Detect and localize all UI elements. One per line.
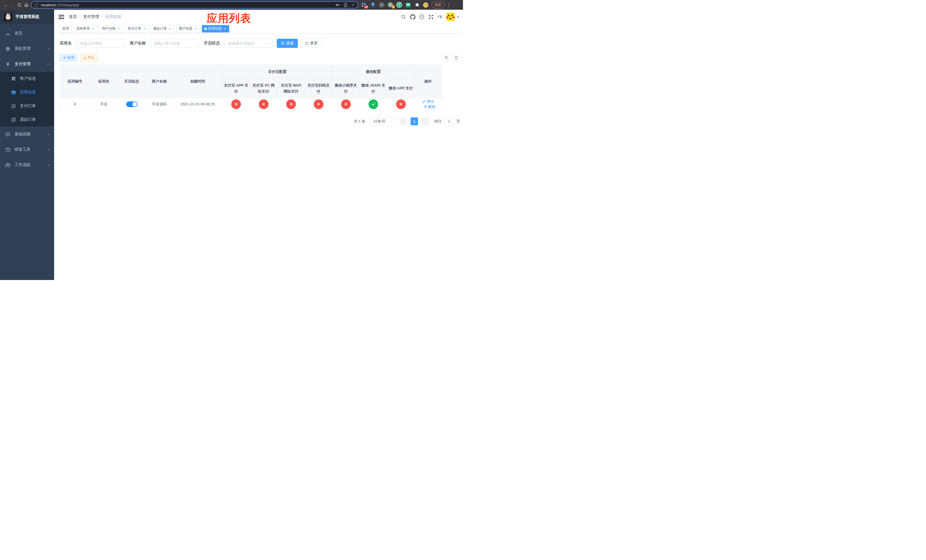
close-icon[interactable]: × (143, 27, 146, 31)
password-key-icon[interactable] (336, 3, 340, 7)
user-avatar[interactable] (446, 12, 455, 21)
alipay-qr-status-icon (314, 100, 324, 109)
sidebar-item-payment[interactable]: ¥ 支付管理 (0, 56, 54, 72)
tag-user-group[interactable]: 用户分组× (99, 25, 123, 32)
sidebar-item-system[interactable]: 系统管理 (0, 41, 54, 56)
reload-icon[interactable] (16, 1, 23, 9)
close-icon[interactable]: × (223, 27, 227, 31)
page-size-select[interactable]: 10条/页 (369, 117, 396, 125)
sidebar-item-app-info[interactable]: 应用信息 (0, 85, 54, 99)
browser-menu-kebab-icon[interactable]: ⋮ (447, 3, 451, 7)
sidebar-item-dev-tools[interactable]: 研发工具 (0, 142, 54, 157)
sidebar-item-pay-orders[interactable]: ¥ 支付订单 (0, 99, 54, 113)
sidebar-item-home[interactable]: 首页 (0, 26, 54, 41)
chat-extension-icon[interactable] (405, 2, 411, 8)
col-wechat-app: 微信 APP 支付 (387, 79, 415, 98)
search-button[interactable]: 搜索 (277, 39, 298, 48)
breadcrumb-payment[interactable]: 支付管理 (83, 14, 99, 20)
export-button[interactable]: 导出 (80, 54, 97, 62)
vue-devtools-icon[interactable]: Y (396, 2, 402, 8)
sidebar-menu: 首页 系统管理 ¥ 支付管理 (0, 26, 54, 173)
page-unit-label: 页 (457, 119, 460, 124)
extension-blocks-icon[interactable]: 10 (361, 2, 367, 8)
profile-emoji-icon[interactable] (423, 2, 428, 8)
sidebar-item-merchant-info[interactable]: 商户信息 (0, 72, 54, 85)
chevron-down-icon (47, 163, 50, 166)
edit-link[interactable]: 修改 (422, 99, 434, 104)
next-page-button[interactable]: › (422, 117, 429, 125)
bookmark-star-icon[interactable]: ☆ (351, 3, 355, 7)
breadcrumb-home[interactable]: 首页 (69, 14, 77, 20)
add-button[interactable]: 新增 (60, 54, 77, 62)
sidebar-item-workflow[interactable]: 工作流程 (0, 157, 54, 173)
table-toolbar: 新增 导出 (60, 54, 460, 62)
help-icon[interactable]: ? (417, 12, 426, 21)
status-select[interactable] (224, 39, 273, 48)
col-alipay-app: 支付宝 APP 支付 (222, 79, 250, 98)
reset-button[interactable]: 重置 (301, 39, 322, 48)
chevron-down-icon (47, 148, 50, 151)
merchant-name-input[interactable] (150, 39, 198, 48)
current-page-button[interactable]: 1 (411, 117, 418, 125)
col-wechat-jsapi: 微信 JSAPI 支付 (360, 79, 387, 98)
sidebar-item-refund-orders[interactable]: 退款订单 (0, 113, 54, 127)
sidebar-logo[interactable]: 芋道管理系统 (0, 10, 54, 24)
font-size-icon[interactable]: TT (436, 12, 445, 21)
page-annotation: 应用列表 (207, 11, 251, 26)
screen: ← → i localhost:1024/pay/app ☆ 10 (0, 0, 463, 280)
cell-merchant: 芋道源码 (146, 98, 173, 110)
app-name-input[interactable] (76, 39, 124, 48)
status-select-input[interactable] (224, 39, 273, 48)
sidebar-item-label: 商户信息 (20, 76, 36, 81)
close-icon[interactable]: × (194, 27, 197, 31)
briefcase-icon (5, 163, 10, 168)
fullscreen-icon[interactable] (426, 12, 436, 21)
col-app-id: 应用编号 (60, 65, 90, 98)
site-info-icon[interactable]: i (34, 3, 38, 7)
yen-icon: ¥ (5, 62, 10, 67)
show-search-toggle-button[interactable] (442, 54, 450, 62)
delete-link[interactable]: 删除 (424, 104, 436, 109)
sidebar-item-label: 工作流程 (15, 162, 30, 168)
search-icon[interactable] (399, 12, 408, 21)
tag-pay-order[interactable]: 支付订单× (125, 25, 149, 32)
command-icon[interactable]: ⌘ (379, 2, 384, 8)
close-icon[interactable]: × (91, 27, 95, 31)
prev-page-button[interactable]: ‹ (399, 117, 407, 125)
goto-page-input[interactable] (443, 117, 454, 125)
tag-refund-order[interactable]: 退款订单× (151, 25, 174, 32)
url-bar[interactable]: i localhost:1024/pay/app ☆ (31, 1, 358, 9)
cell-created: 2021-10-23 08:49:25 (173, 98, 222, 110)
tag-app-info[interactable]: 应用信息× (202, 25, 229, 32)
browser-toolbar: ← → i localhost:1024/pay/app ☆ 10 (0, 0, 463, 10)
close-icon[interactable]: × (168, 27, 172, 31)
github-icon[interactable] (408, 12, 417, 21)
tag-home[interactable]: 首页 (60, 25, 72, 32)
refresh-button[interactable] (452, 54, 460, 62)
merchant-name-label: 商户名称 (130, 41, 146, 46)
table-row: 6 芋道 芋道源码 2021-10-23 08:49:25 (60, 98, 442, 110)
enabled-toggle[interactable] (126, 101, 138, 107)
avatar-caret-icon[interactable] (457, 17, 459, 19)
browser-update-button[interactable]: 更新 (431, 2, 445, 9)
gem-icon[interactable] (370, 2, 375, 8)
tag-process-form[interactable]: 流程表单× (74, 25, 97, 32)
extension-icons: 10 ⌘ 1 Y (361, 2, 428, 8)
sidebar-item-infrastructure[interactable]: 基础设施 (0, 127, 54, 142)
share-icon[interactable] (343, 3, 348, 7)
col-alipay-wap: 支付宝 WAP 网站支付 (277, 79, 305, 98)
grid-table-icon (11, 90, 16, 95)
col-group-wechat: 微信配置 (332, 65, 415, 79)
logo-rabbit-image (4, 12, 12, 21)
back-icon[interactable]: ← (2, 1, 9, 9)
recorder-icon[interactable]: 1 (387, 2, 393, 8)
tag-merchant-info[interactable]: 商户信息× (176, 25, 200, 32)
close-icon[interactable]: × (117, 27, 121, 31)
wechat-app-status-icon (396, 100, 406, 109)
forward-icon[interactable]: → (9, 1, 16, 9)
puzzle-extensions-icon[interactable] (414, 2, 420, 8)
chevron-down-icon (47, 133, 50, 136)
home-icon[interactable] (23, 1, 30, 9)
wechat-jsapi-status-icon (368, 100, 378, 109)
hamburger-icon[interactable] (58, 14, 64, 20)
